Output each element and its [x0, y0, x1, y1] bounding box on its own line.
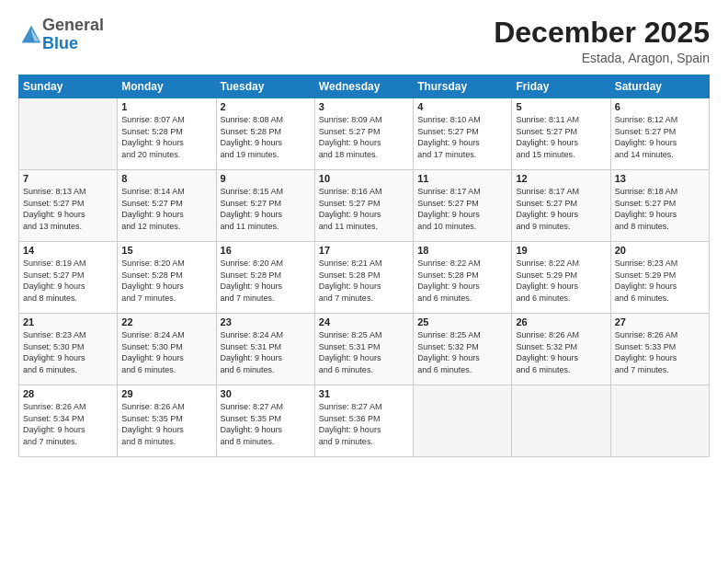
calendar-cell: 29Sunrise: 8:26 AM Sunset: 5:35 PM Dayli… [118, 385, 216, 457]
calendar-cell [512, 385, 610, 457]
calendar-cell: 19Sunrise: 8:22 AM Sunset: 5:29 PM Dayli… [512, 242, 610, 314]
calendar-cell: 13Sunrise: 8:18 AM Sunset: 5:27 PM Dayli… [610, 170, 709, 242]
day-info: Sunrise: 8:09 AM Sunset: 5:27 PM Dayligh… [319, 114, 409, 160]
day-number: 16 [221, 245, 311, 256]
col-thursday: Thursday [414, 75, 512, 98]
calendar-header-row: Sunday Monday Tuesday Wednesday Thursday… [19, 75, 710, 98]
day-info: Sunrise: 8:10 AM Sunset: 5:27 PM Dayligh… [417, 114, 507, 160]
day-info: Sunrise: 8:20 AM Sunset: 5:28 PM Dayligh… [221, 258, 311, 304]
day-info: Sunrise: 8:21 AM Sunset: 5:28 PM Dayligh… [319, 258, 409, 304]
day-number: 7 [23, 173, 113, 184]
day-info: Sunrise: 8:25 AM Sunset: 5:31 PM Dayligh… [319, 329, 409, 375]
calendar-week-2: 14Sunrise: 8:19 AM Sunset: 5:27 PM Dayli… [19, 242, 710, 314]
day-number: 20 [615, 245, 705, 256]
calendar-week-3: 21Sunrise: 8:23 AM Sunset: 5:30 PM Dayli… [19, 314, 710, 385]
calendar-cell: 27Sunrise: 8:26 AM Sunset: 5:33 PM Dayli… [610, 314, 709, 385]
calendar-cell: 5Sunrise: 8:11 AM Sunset: 5:27 PM Daylig… [512, 98, 610, 170]
day-number: 4 [417, 101, 507, 112]
col-monday: Monday [118, 75, 216, 98]
day-number: 2 [221, 101, 311, 112]
day-number: 8 [121, 173, 211, 184]
day-number: 3 [319, 101, 409, 112]
day-number: 18 [417, 245, 507, 256]
calendar-cell: 3Sunrise: 8:09 AM Sunset: 5:27 PM Daylig… [314, 98, 413, 170]
day-info: Sunrise: 8:15 AM Sunset: 5:27 PM Dayligh… [221, 186, 311, 232]
day-number: 31 [319, 388, 409, 399]
day-info: Sunrise: 8:23 AM Sunset: 5:30 PM Dayligh… [23, 329, 113, 375]
day-info: Sunrise: 8:19 AM Sunset: 5:27 PM Dayligh… [23, 258, 113, 304]
day-number: 28 [23, 388, 113, 399]
day-number: 12 [516, 173, 606, 184]
day-info: Sunrise: 8:27 AM Sunset: 5:35 PM Dayligh… [221, 401, 311, 447]
day-number: 6 [615, 101, 705, 112]
calendar-week-0: 1Sunrise: 8:07 AM Sunset: 5:28 PM Daylig… [19, 98, 710, 170]
calendar-cell [19, 98, 118, 170]
day-info: Sunrise: 8:26 AM Sunset: 5:34 PM Dayligh… [23, 401, 113, 447]
calendar-week-1: 7Sunrise: 8:13 AM Sunset: 5:27 PM Daylig… [19, 170, 710, 242]
day-number: 27 [615, 316, 705, 327]
day-info: Sunrise: 8:22 AM Sunset: 5:29 PM Dayligh… [516, 258, 606, 304]
calendar-cell: 15Sunrise: 8:20 AM Sunset: 5:28 PM Dayli… [118, 242, 216, 314]
day-info: Sunrise: 8:26 AM Sunset: 5:35 PM Dayligh… [121, 401, 211, 447]
calendar-cell: 9Sunrise: 8:15 AM Sunset: 5:27 PM Daylig… [216, 170, 314, 242]
logo-blue-text: Blue [42, 34, 78, 52]
logo: General Blue [18, 17, 104, 53]
day-number: 22 [121, 316, 211, 327]
day-info: Sunrise: 8:07 AM Sunset: 5:28 PM Dayligh… [121, 114, 211, 160]
location: Estada, Aragon, Spain [494, 51, 710, 65]
calendar-cell: 23Sunrise: 8:24 AM Sunset: 5:31 PM Dayli… [216, 314, 314, 385]
day-number: 25 [417, 316, 507, 327]
day-number: 26 [516, 316, 606, 327]
calendar-cell: 18Sunrise: 8:22 AM Sunset: 5:28 PM Dayli… [414, 242, 512, 314]
col-saturday: Saturday [610, 75, 709, 98]
calendar-cell: 14Sunrise: 8:19 AM Sunset: 5:27 PM Dayli… [19, 242, 118, 314]
day-info: Sunrise: 8:24 AM Sunset: 5:31 PM Dayligh… [221, 329, 311, 375]
calendar-cell: 12Sunrise: 8:17 AM Sunset: 5:27 PM Dayli… [512, 170, 610, 242]
day-number: 11 [417, 173, 507, 184]
calendar-cell: 26Sunrise: 8:26 AM Sunset: 5:32 PM Dayli… [512, 314, 610, 385]
calendar-cell: 7Sunrise: 8:13 AM Sunset: 5:27 PM Daylig… [19, 170, 118, 242]
day-number: 21 [23, 316, 113, 327]
title-block: December 2025 Estada, Aragon, Spain [494, 17, 710, 65]
calendar-table: Sunday Monday Tuesday Wednesday Thursday… [18, 75, 710, 457]
header: General Blue December 2025 Estada, Arago… [18, 17, 710, 65]
day-info: Sunrise: 8:14 AM Sunset: 5:27 PM Dayligh… [121, 186, 211, 232]
calendar-cell: 6Sunrise: 8:12 AM Sunset: 5:27 PM Daylig… [610, 98, 709, 170]
calendar-cell: 20Sunrise: 8:23 AM Sunset: 5:29 PM Dayli… [610, 242, 709, 314]
calendar-cell: 10Sunrise: 8:16 AM Sunset: 5:27 PM Dayli… [314, 170, 413, 242]
day-info: Sunrise: 8:20 AM Sunset: 5:28 PM Dayligh… [121, 258, 211, 304]
logo-general-text: General [42, 16, 104, 34]
day-info: Sunrise: 8:24 AM Sunset: 5:30 PM Dayligh… [121, 329, 211, 375]
day-number: 29 [121, 388, 211, 399]
calendar-week-4: 28Sunrise: 8:26 AM Sunset: 5:34 PM Dayli… [19, 385, 710, 457]
day-info: Sunrise: 8:16 AM Sunset: 5:27 PM Dayligh… [319, 186, 409, 232]
calendar-cell: 24Sunrise: 8:25 AM Sunset: 5:31 PM Dayli… [314, 314, 413, 385]
day-number: 14 [23, 245, 113, 256]
day-info: Sunrise: 8:26 AM Sunset: 5:32 PM Dayligh… [516, 329, 606, 375]
day-number: 17 [319, 245, 409, 256]
day-info: Sunrise: 8:17 AM Sunset: 5:27 PM Dayligh… [417, 186, 507, 232]
calendar-cell: 22Sunrise: 8:24 AM Sunset: 5:30 PM Dayli… [118, 314, 216, 385]
day-number: 23 [221, 316, 311, 327]
calendar-cell: 1Sunrise: 8:07 AM Sunset: 5:28 PM Daylig… [118, 98, 216, 170]
calendar-cell: 11Sunrise: 8:17 AM Sunset: 5:27 PM Dayli… [414, 170, 512, 242]
day-number: 5 [516, 101, 606, 112]
day-number: 1 [121, 101, 211, 112]
calendar-cell: 17Sunrise: 8:21 AM Sunset: 5:28 PM Dayli… [314, 242, 413, 314]
calendar-cell [414, 385, 512, 457]
calendar-cell [610, 385, 709, 457]
col-friday: Friday [512, 75, 610, 98]
day-number: 13 [615, 173, 705, 184]
logo-icon [20, 24, 42, 46]
calendar-cell: 16Sunrise: 8:20 AM Sunset: 5:28 PM Dayli… [216, 242, 314, 314]
day-info: Sunrise: 8:08 AM Sunset: 5:28 PM Dayligh… [221, 114, 311, 160]
day-info: Sunrise: 8:22 AM Sunset: 5:28 PM Dayligh… [417, 258, 507, 304]
day-number: 19 [516, 245, 606, 256]
calendar-cell: 21Sunrise: 8:23 AM Sunset: 5:30 PM Dayli… [19, 314, 118, 385]
page: General Blue December 2025 Estada, Arago… [0, 0, 728, 563]
day-info: Sunrise: 8:23 AM Sunset: 5:29 PM Dayligh… [615, 258, 705, 304]
day-info: Sunrise: 8:17 AM Sunset: 5:27 PM Dayligh… [516, 186, 606, 232]
day-info: Sunrise: 8:25 AM Sunset: 5:32 PM Dayligh… [417, 329, 507, 375]
col-tuesday: Tuesday [216, 75, 314, 98]
day-number: 24 [319, 316, 409, 327]
